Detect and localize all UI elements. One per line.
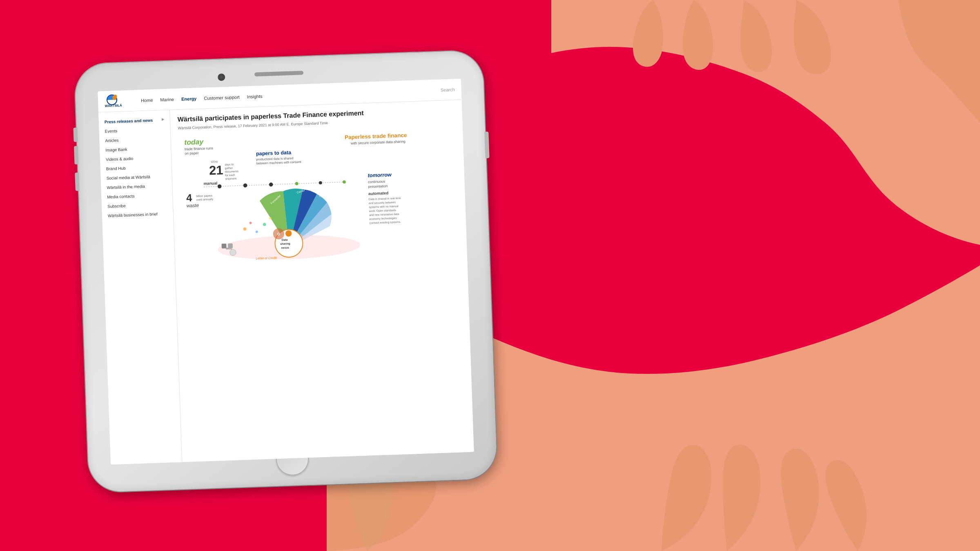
nav-customer-support[interactable]: Customer support bbox=[204, 94, 240, 100]
svg-text:Data is shared in real time: Data is shared in real time bbox=[369, 197, 401, 201]
sidebar: Press releases and news ▶ Events Article… bbox=[98, 110, 182, 465]
svg-text:tomorrow: tomorrow bbox=[368, 172, 392, 178]
svg-text:nexus: nexus bbox=[281, 246, 289, 249]
phone: WÄRTSILÄ Home Marine Energy Customer sup… bbox=[74, 50, 497, 493]
svg-line-23 bbox=[204, 182, 346, 187]
svg-point-26 bbox=[269, 182, 273, 187]
nav-home[interactable]: Home bbox=[141, 98, 153, 103]
svg-text:days to: days to bbox=[225, 163, 234, 167]
svg-point-24 bbox=[218, 184, 222, 189]
svg-text:automated: automated bbox=[368, 191, 388, 196]
infographic: today trade finance runs on paper slow 2… bbox=[178, 124, 460, 269]
svg-text:Paperless trade finance: Paperless trade finance bbox=[345, 132, 407, 140]
svg-text:manual: manual bbox=[203, 181, 217, 186]
svg-text:economy technologies: economy technologies bbox=[369, 217, 397, 221]
nav-marine[interactable]: Marine bbox=[160, 97, 174, 102]
svg-text:and new innovative data: and new innovative data bbox=[369, 213, 399, 217]
svg-text:work. Open standards: work. Open standards bbox=[369, 209, 396, 213]
speaker bbox=[254, 71, 303, 76]
svg-text:documents: documents bbox=[225, 170, 239, 173]
svg-text:Letter of Credit: Letter of Credit bbox=[256, 256, 277, 260]
svg-text:today: today bbox=[184, 138, 204, 147]
volume-up-button[interactable] bbox=[74, 146, 79, 164]
svg-text:systems with no manual: systems with no manual bbox=[369, 204, 399, 209]
main-content: Press releases and news ▶ Events Article… bbox=[98, 100, 474, 465]
svg-text:presentation: presentation bbox=[368, 184, 388, 189]
phone-screen: WÄRTSILÄ Home Marine Energy Customer sup… bbox=[98, 79, 474, 465]
phone-shell: WÄRTSILÄ Home Marine Energy Customer sup… bbox=[74, 50, 497, 493]
svg-text:WÄRTSILÄ: WÄRTSILÄ bbox=[105, 103, 122, 107]
nav-links: Home Marine Energy Customer support Insi… bbox=[141, 87, 441, 103]
svg-text:trade finance runs: trade finance runs bbox=[185, 146, 214, 151]
volume-down-button[interactable] bbox=[75, 173, 80, 191]
svg-rect-63 bbox=[228, 243, 233, 248]
sidebar-item-businesses[interactable]: Wärtsilä businesses in brief bbox=[102, 209, 174, 221]
svg-text:connect existing systems.: connect existing systems. bbox=[370, 220, 401, 225]
svg-text:4: 4 bbox=[186, 192, 192, 203]
website-content: WÄRTSILÄ Home Marine Energy Customer sup… bbox=[98, 79, 474, 465]
nav-insights[interactable]: Insights bbox=[247, 93, 262, 99]
search-label[interactable]: Search bbox=[441, 87, 455, 92]
svg-rect-62 bbox=[222, 244, 227, 249]
svg-point-28 bbox=[319, 181, 322, 184]
svg-point-55 bbox=[243, 227, 247, 231]
article-area: Wärtsilä participates in paperless Trade… bbox=[170, 100, 474, 462]
svg-text:continuous: continuous bbox=[368, 179, 385, 184]
svg-text:21: 21 bbox=[209, 163, 223, 178]
svg-point-27 bbox=[295, 182, 298, 185]
svg-text:with secure corporate data sha: with secure corporate data sharing bbox=[350, 139, 405, 145]
infographic-svg: today trade finance runs on paper slow 2… bbox=[178, 124, 460, 269]
silent-button[interactable] bbox=[73, 128, 78, 142]
svg-text:⚙: ⚙ bbox=[276, 232, 280, 236]
svg-point-56 bbox=[249, 222, 252, 224]
svg-text:on paper: on paper bbox=[185, 151, 199, 156]
svg-text:used annually: used annually bbox=[196, 198, 214, 201]
svg-point-25 bbox=[243, 183, 247, 187]
nav-energy[interactable]: Energy bbox=[181, 96, 197, 101]
wartsila-logo: WÄRTSILÄ bbox=[105, 93, 131, 109]
svg-text:Exporter: Exporter bbox=[256, 208, 264, 219]
svg-text:and securely between: and securely between bbox=[369, 201, 396, 205]
svg-text:papers to data: papers to data bbox=[256, 150, 292, 157]
svg-text:shipment: shipment bbox=[225, 177, 236, 181]
svg-text:gather: gather bbox=[225, 167, 233, 170]
svg-point-53 bbox=[229, 249, 236, 256]
svg-text:Data: Data bbox=[282, 238, 288, 242]
svg-text:waste: waste bbox=[186, 202, 199, 208]
chevron-right-icon: ▶ bbox=[162, 118, 164, 122]
camera bbox=[218, 73, 225, 81]
scene: WÄRTSILÄ Home Marine Energy Customer sup… bbox=[0, 0, 980, 551]
svg-point-57 bbox=[256, 231, 258, 233]
svg-point-58 bbox=[263, 223, 266, 226]
svg-text:for each: for each bbox=[225, 173, 235, 177]
logo-area: WÄRTSILÄ bbox=[105, 93, 131, 109]
svg-point-29 bbox=[343, 180, 346, 184]
